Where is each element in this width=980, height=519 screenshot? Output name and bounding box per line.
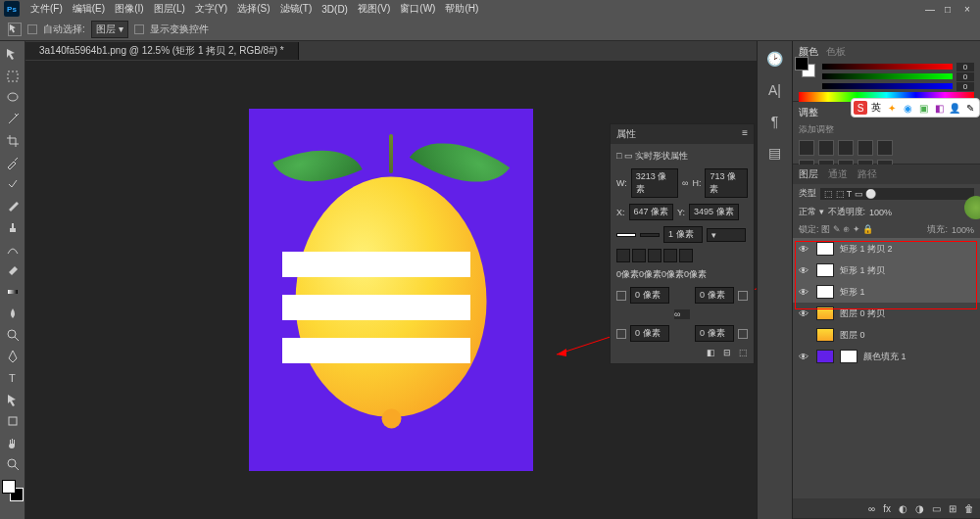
menu-help[interactable]: 帮助(H) bbox=[440, 2, 483, 16]
mask-icon[interactable]: ◐ bbox=[899, 503, 907, 514]
layer-image-0[interactable]: 图层 0 bbox=[793, 324, 980, 346]
stroke-opt-2[interactable] bbox=[632, 249, 646, 262]
document-tab[interactable]: 3a140fa5964b1.png @ 12.5% (矩形 1 拷贝 2, RG… bbox=[25, 42, 299, 60]
props-icon-2[interactable]: ⊟ bbox=[723, 348, 731, 357]
eraser-tool-icon[interactable] bbox=[3, 260, 23, 280]
paragraph-panel-icon[interactable]: ¶ bbox=[766, 114, 784, 131]
r-slider[interactable] bbox=[822, 64, 953, 70]
stroke-opt-5[interactable] bbox=[679, 249, 693, 262]
layers-tab[interactable]: 图层 bbox=[799, 167, 818, 181]
layer-rect-copy-2[interactable]: 👁矩形 1 拷贝 2 bbox=[793, 238, 980, 260]
props-icon-1[interactable]: ◧ bbox=[707, 348, 715, 357]
r-value[interactable]: 0 bbox=[956, 63, 974, 71]
corner-tr-field[interactable]: 0 像素 bbox=[695, 287, 734, 304]
ime-toolbar[interactable]: S 英 ✦ ◉ ▣ ◧ 👤 ✎ bbox=[851, 98, 980, 118]
corner-bl-icon[interactable] bbox=[616, 329, 626, 339]
b-slider[interactable] bbox=[822, 83, 953, 89]
stroke-opt-3[interactable] bbox=[648, 249, 662, 262]
new-layer-icon[interactable]: ⊞ bbox=[949, 503, 956, 514]
y-field[interactable]: 3495 像素 bbox=[689, 204, 739, 220]
color-swatches[interactable] bbox=[2, 480, 24, 501]
fg-swatch[interactable] bbox=[795, 57, 808, 71]
link-layers-icon[interactable]: ∞ bbox=[868, 503, 875, 514]
menu-view[interactable]: 视图(V) bbox=[353, 2, 395, 16]
lasso-tool-icon[interactable] bbox=[3, 88, 23, 108]
opacity-value[interactable]: 100% bbox=[869, 208, 892, 217]
corner-tl-field[interactable]: 0 像素 bbox=[630, 287, 669, 304]
adjustment-icon[interactable]: ◑ bbox=[915, 503, 924, 514]
layer-image-copy[interactable]: 👁图层 0 拷贝 bbox=[793, 303, 980, 324]
ime-icon-2[interactable]: ◉ bbox=[901, 101, 914, 115]
swatches-tab[interactable]: 色板 bbox=[826, 45, 846, 59]
adj-icon-1[interactable] bbox=[799, 140, 814, 156]
eyedropper-tool-icon[interactable] bbox=[3, 153, 23, 172]
channels-tab[interactable]: 通道 bbox=[828, 167, 848, 181]
fill-swatch[interactable] bbox=[616, 233, 636, 237]
blend-dropdown[interactable]: 正常 ▾ bbox=[799, 206, 824, 218]
minimize-icon[interactable]: — bbox=[925, 4, 937, 15]
stroke-width-field[interactable]: 1 像素 bbox=[663, 226, 703, 243]
ime-icon-3[interactable]: ▣ bbox=[916, 101, 930, 115]
brush-tool-icon[interactable] bbox=[3, 196, 23, 215]
group-icon[interactable]: ▭ bbox=[932, 503, 941, 514]
marquee-tool-icon[interactable] bbox=[3, 67, 23, 86]
menu-type[interactable]: 文字(Y) bbox=[190, 2, 232, 16]
link-wh-icon[interactable]: ∞ bbox=[682, 178, 688, 188]
heal-tool-icon[interactable] bbox=[3, 174, 23, 194]
adj-icon-3[interactable] bbox=[838, 140, 854, 156]
trash-icon[interactable]: 🗑 bbox=[964, 503, 974, 514]
corner-bl-field[interactable]: 0 像素 bbox=[630, 325, 669, 342]
menu-select[interactable]: 选择(S) bbox=[232, 2, 274, 16]
stroke-swatch[interactable] bbox=[640, 233, 660, 237]
visibility-icon[interactable]: 👁 bbox=[799, 244, 810, 255]
adj-icon-2[interactable] bbox=[818, 140, 834, 156]
ime-icon-5[interactable]: 👤 bbox=[948, 101, 961, 115]
x-field[interactable]: 647 像素 bbox=[629, 204, 674, 220]
path-select-icon[interactable] bbox=[3, 390, 23, 409]
fx-icon[interactable]: fx bbox=[883, 503, 891, 514]
ime-icon-1[interactable]: ✦ bbox=[885, 101, 899, 115]
props-icon-3[interactable]: ⬚ bbox=[739, 348, 748, 357]
ime-icon-4[interactable]: ◧ bbox=[932, 101, 946, 115]
maximize-icon[interactable]: □ bbox=[945, 4, 956, 15]
auto-select-dropdown[interactable]: 图层 ▾ bbox=[91, 21, 128, 38]
stroke-style-dropdown[interactable]: ▾ bbox=[707, 228, 746, 242]
height-field[interactable]: 713 像素 bbox=[705, 168, 748, 198]
adj-icon-5[interactable] bbox=[877, 140, 893, 156]
character-panel-icon[interactable]: A| bbox=[766, 82, 784, 100]
blur-tool-icon[interactable] bbox=[3, 304, 23, 323]
text-tool-icon[interactable]: T bbox=[3, 368, 23, 388]
link-corners-icon[interactable]: ∞ bbox=[674, 309, 690, 319]
g-slider[interactable] bbox=[822, 73, 953, 79]
menu-window[interactable]: 窗口(W) bbox=[395, 2, 440, 16]
dodge-tool-icon[interactable] bbox=[3, 325, 23, 345]
stroke-opt-1[interactable] bbox=[616, 249, 630, 262]
wand-tool-icon[interactable] bbox=[3, 110, 23, 129]
crop-tool-icon[interactable] bbox=[3, 131, 23, 151]
shape-tool-icon[interactable] bbox=[3, 411, 23, 431]
hand-tool-icon[interactable] bbox=[3, 433, 23, 452]
paths-tab[interactable]: 路径 bbox=[858, 167, 877, 181]
fill-value[interactable]: 100% bbox=[952, 225, 974, 235]
history-brush-icon[interactable] bbox=[3, 239, 23, 259]
adj-icon-4[interactable] bbox=[858, 140, 873, 156]
history-panel-icon[interactable]: 🕑 bbox=[766, 51, 784, 69]
show-transform-checkbox[interactable] bbox=[134, 24, 144, 34]
zoom-tool-icon[interactable] bbox=[3, 454, 23, 474]
b-value[interactable]: 0 bbox=[956, 82, 974, 91]
layer-rect-copy[interactable]: 👁矩形 1 拷贝 bbox=[793, 260, 980, 281]
pen-tool-icon[interactable] bbox=[3, 347, 23, 366]
ime-icon-6[interactable]: ✎ bbox=[963, 101, 977, 115]
g-value[interactable]: 0 bbox=[956, 72, 974, 81]
visibility-icon[interactable]: 👁 bbox=[799, 352, 810, 362]
ime-s-icon[interactable]: S bbox=[854, 101, 867, 115]
corner-tr-icon[interactable] bbox=[738, 291, 748, 301]
visibility-icon[interactable]: 👁 bbox=[799, 265, 810, 276]
stroke-opt-4[interactable] bbox=[663, 249, 677, 262]
gradient-tool-icon[interactable] bbox=[3, 282, 23, 302]
panel-menu-icon[interactable]: ≡ bbox=[742, 127, 748, 141]
stamp-tool-icon[interactable] bbox=[3, 217, 23, 237]
menu-layer[interactable]: 图层(L) bbox=[149, 2, 190, 16]
menu-image[interactable]: 图像(I) bbox=[110, 2, 148, 16]
close-icon[interactable]: × bbox=[964, 4, 976, 15]
